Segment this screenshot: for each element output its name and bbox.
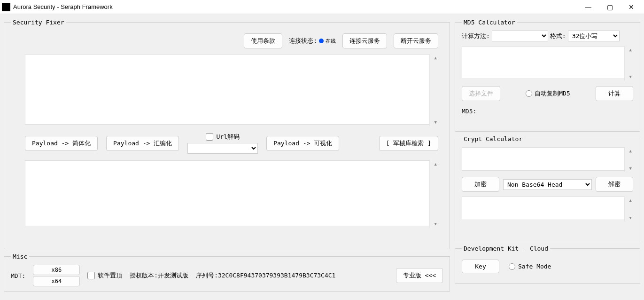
md5-calculator-group: MD5 Calculator 计算方法: 格式: 32位小写 ▲ ▼ 选择文件 … bbox=[455, 19, 640, 132]
decrypt-button[interactable]: 解密 bbox=[596, 177, 633, 192]
md5-format-select[interactable]: 32位小写 bbox=[568, 31, 620, 41]
url-decode-checkbox[interactable] bbox=[206, 133, 213, 141]
armory-search-button[interactable]: [ 军械库检索 ] bbox=[379, 136, 438, 151]
conn-status-value: 在线 bbox=[326, 38, 336, 45]
md5-result-label: MD5: bbox=[462, 108, 633, 115]
crypt-mode-select[interactable]: Non Base64 Head bbox=[503, 179, 592, 190]
dev-kit-group: Development Kit - Cloud Key Safe Mode bbox=[455, 245, 640, 284]
serial-label: 序列号:32C0C8F94370379393B1479B3C73C4C1 bbox=[196, 271, 335, 280]
status-dot-icon bbox=[319, 39, 324, 43]
connection-status: 连接状态: 在线 bbox=[289, 37, 336, 45]
disconnect-cloud-button[interactable]: 断开云服务 bbox=[394, 33, 438, 48]
pro-version-button[interactable]: 专业版 <<< bbox=[396, 268, 443, 283]
titlebar: Aurora Security - Seraph Framework — ▢ ✕ bbox=[0, 0, 644, 14]
scroll-up-icon[interactable]: ▲ bbox=[629, 47, 632, 52]
minimize-button[interactable]: — bbox=[577, 0, 599, 14]
scroll-down-icon[interactable]: ▼ bbox=[435, 221, 437, 226]
window-title: Aurora Security - Seraph Framework bbox=[13, 3, 577, 10]
close-button[interactable]: ✕ bbox=[621, 0, 642, 14]
compute-button[interactable]: 计算 bbox=[596, 86, 633, 101]
safe-mode-label: Safe Mode bbox=[518, 263, 551, 270]
md5-format-label: 格式: bbox=[550, 32, 566, 40]
auto-copy-label: 自动复制MD5 bbox=[535, 89, 570, 98]
scroll-up-icon[interactable]: ▲ bbox=[629, 149, 632, 153]
url-decode-label: Url解码 bbox=[216, 133, 239, 141]
scroll-down-icon[interactable]: ▼ bbox=[629, 215, 632, 220]
decode-select[interactable] bbox=[187, 143, 258, 154]
connect-cloud-button[interactable]: 连接云服务 bbox=[342, 33, 387, 48]
x86-button[interactable]: x86 bbox=[33, 265, 80, 275]
key-button[interactable]: Key bbox=[462, 260, 499, 273]
security-fixer-legend: Security Fixer bbox=[11, 19, 66, 26]
scroll-up-icon[interactable]: ▲ bbox=[435, 162, 437, 166]
payload-visual-button[interactable]: Payload -> 可视化 bbox=[266, 136, 339, 151]
maximize-button[interactable]: ▢ bbox=[599, 0, 621, 14]
md5-input-textarea[interactable] bbox=[462, 46, 633, 79]
usage-terms-button[interactable]: 使用条款 bbox=[244, 33, 282, 48]
misc-group: Misc MDT: x86 x64 软件置顶 授权版本:开发测试版 序列号:32… bbox=[4, 253, 450, 292]
app-icon bbox=[2, 3, 10, 11]
conn-status-label: 连接状态: bbox=[289, 37, 317, 45]
dev-kit-legend: Development Kit - Cloud bbox=[462, 245, 550, 252]
payload-simplify-button[interactable]: Payload -> 简体化 bbox=[25, 136, 98, 151]
scroll-up-icon[interactable]: ▲ bbox=[629, 198, 632, 203]
security-fixer-group: Security Fixer 使用条款 连接状态: 在线 连接云服务 断开云服务… bbox=[4, 19, 450, 249]
md5-legend: MD5 Calculator bbox=[462, 19, 517, 26]
pin-top-checkbox[interactable] bbox=[87, 272, 95, 279]
payload-assembly-button[interactable]: Payload -> 汇编化 bbox=[106, 136, 179, 151]
fixer-output-textarea[interactable] bbox=[25, 160, 438, 226]
safe-mode-radio[interactable] bbox=[509, 263, 515, 270]
x64-button[interactable]: x64 bbox=[33, 276, 80, 286]
scroll-down-icon[interactable]: ▼ bbox=[629, 166, 632, 171]
scroll-up-icon[interactable]: ▲ bbox=[435, 55, 437, 60]
misc-legend: Misc bbox=[11, 253, 29, 260]
fixer-input-textarea[interactable] bbox=[25, 54, 438, 125]
license-label: 授权版本:开发测试版 bbox=[130, 271, 188, 280]
scroll-down-icon[interactable]: ▼ bbox=[629, 74, 632, 79]
md5-method-select[interactable] bbox=[492, 31, 548, 41]
crypt-legend: Crypt Calculator bbox=[462, 135, 524, 142]
mdt-label: MDT: bbox=[11, 272, 25, 279]
choose-file-button[interactable]: 选择文件 bbox=[462, 86, 500, 101]
crypt-calculator-group: Crypt Calculator ▲ ▼ 加密 Non Base64 Head … bbox=[455, 135, 640, 241]
md5-method-label: 计算方法: bbox=[462, 32, 490, 40]
crypt-output-textarea[interactable] bbox=[462, 197, 633, 220]
encrypt-button[interactable]: 加密 bbox=[462, 177, 499, 192]
scroll-down-icon[interactable]: ▼ bbox=[435, 120, 437, 125]
pin-top-label: 软件置顶 bbox=[98, 271, 122, 280]
crypt-input-textarea[interactable] bbox=[462, 147, 633, 171]
auto-copy-radio[interactable] bbox=[526, 90, 532, 97]
